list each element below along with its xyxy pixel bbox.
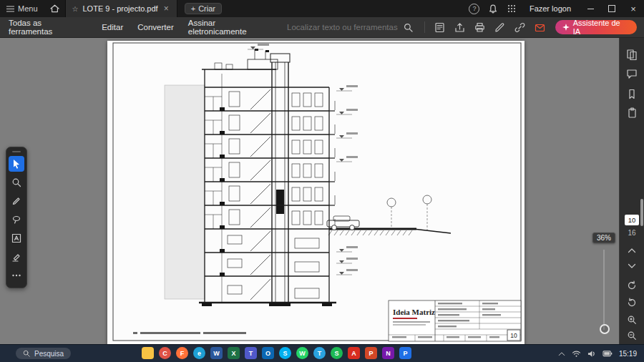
hamburger-icon [6, 6, 14, 12]
toolbar-item-esign[interactable]: Assinar eletronicamente [188, 19, 276, 36]
taskbar-app-acrobat[interactable]: A [348, 347, 360, 359]
page-display-icon[interactable] [434, 22, 445, 33]
bookmarks-button[interactable] [620, 89, 644, 99]
current-page-value[interactable]: 10 [625, 215, 639, 225]
taskbar-app-chrome[interactable]: C [159, 347, 171, 359]
search-input[interactable] [276, 22, 399, 32]
rotate-icon [627, 298, 637, 308]
comments-button[interactable] [620, 69, 644, 79]
taskbar-app-outlook[interactable]: O [262, 347, 274, 359]
chevron-up-icon [628, 248, 636, 253]
right-panel-strip: 10 16 [619, 37, 644, 345]
tab-close-icon[interactable]: × [162, 4, 170, 14]
toolbar-item-all-tools[interactable]: Todas as ferramentas [9, 19, 87, 36]
wifi-icon[interactable] [572, 350, 581, 358]
apps-grid-button[interactable] [502, 0, 521, 17]
toolbar-item-convert[interactable]: Converter [137, 23, 174, 31]
maximize-button[interactable] [601, 0, 623, 17]
taskbar-search-label: Pesquisa [34, 350, 64, 358]
rotate-view-button[interactable] [620, 298, 644, 308]
next-page-button[interactable] [620, 263, 644, 269]
windows-taskbar: Pesquisa CFeWXTOSWTSAPNP 15:19 [0, 344, 644, 362]
clipboard-icon [627, 107, 638, 118]
taskbar-app-excel[interactable]: X [228, 347, 240, 359]
tray-chevron-up-icon[interactable] [558, 351, 565, 356]
total-pages: 16 [620, 229, 644, 237]
search-icon [23, 350, 30, 357]
draw-tool[interactable] [9, 193, 24, 209]
refresh-button[interactable] [620, 280, 644, 290]
zoom-tool[interactable] [9, 175, 24, 190]
clock[interactable]: 15:19 [619, 350, 637, 358]
quick-tools-rail [6, 147, 27, 288]
section-drawing: Ideia Matriz 10 [107, 41, 525, 345]
rail-grip[interactable] [12, 151, 21, 152]
home-icon [50, 4, 59, 13]
taskbar-app-file-explorer[interactable] [142, 347, 154, 359]
pdf-page[interactable]: Ideia Matriz 10 [107, 41, 525, 345]
search-icon [404, 23, 413, 32]
attachments-button[interactable] [620, 107, 644, 118]
document-tab[interactable]: ☆ LOTE 9 - projecto.pdf × [65, 0, 177, 17]
toolbar-item-edit[interactable]: Editar [102, 23, 123, 31]
more-tools[interactable] [9, 268, 24, 283]
taskbar-search[interactable]: Pesquisa [16, 348, 71, 359]
page-thumbnails-icon [626, 49, 638, 60]
taskbar-app-powerpoint[interactable]: P [365, 347, 377, 359]
highlight-tool[interactable] [9, 249, 24, 265]
total-pages-value: 16 [628, 229, 635, 237]
notifications-bell-icon [489, 4, 497, 14]
taskbar-app-telegram[interactable]: T [313, 347, 326, 359]
share-icon[interactable] [535, 22, 545, 33]
help-button[interactable]: ? [465, 0, 484, 17]
taskbar-app-whatsapp[interactable]: W [296, 347, 308, 359]
taskbar-app-onenote[interactable]: N [382, 347, 394, 359]
titlebar-right: ? Fazer logon × [465, 0, 644, 17]
page-thumbnails-button[interactable] [620, 49, 644, 60]
home-button[interactable] [44, 0, 65, 17]
vertical-scrollbar[interactable] [640, 199, 643, 226]
notifications-button[interactable] [484, 0, 502, 17]
taskbar-app-photos[interactable]: P [399, 347, 411, 359]
main-toolbar: Todas as ferramentas Editar Converter As… [0, 17, 644, 38]
taskbar-app-edge[interactable]: e [193, 347, 205, 359]
battery-icon[interactable] [602, 351, 613, 357]
previous-page-button[interactable] [620, 248, 644, 253]
zoom-control: 36% [592, 233, 615, 330]
document-viewport[interactable]: Ideia Matriz 10 [0, 37, 644, 345]
fill-sign-icon[interactable] [494, 22, 505, 33]
add-text-tool[interactable] [9, 230, 24, 246]
zoom-slider[interactable] [603, 250, 605, 330]
link-icon[interactable] [514, 22, 525, 33]
help-icon: ? [469, 4, 479, 14]
zoom-out-button[interactable] [620, 331, 644, 341]
taskbar-app-spotify[interactable]: S [331, 347, 343, 359]
ai-assistant-label: Assistente de IA [573, 19, 630, 36]
close-icon: × [630, 4, 636, 14]
print-icon[interactable] [474, 22, 485, 33]
axis-markers [387, 195, 431, 232]
create-button[interactable]: + Criar [185, 3, 222, 14]
lasso-tool[interactable] [9, 212, 24, 228]
sign-in-button[interactable]: Fazer logon [521, 4, 580, 13]
minimize-button[interactable] [580, 0, 601, 17]
volume-icon[interactable] [587, 350, 596, 358]
taskbar-app-firefox[interactable]: F [176, 347, 188, 359]
zoom-in-button[interactable] [620, 315, 644, 325]
zoom-level-badge: 36% [592, 233, 615, 243]
select-tool[interactable] [9, 156, 24, 172]
elevation-markers [248, 44, 358, 275]
close-button[interactable]: × [623, 0, 644, 17]
export-pdf-icon[interactable] [454, 22, 465, 33]
chevron-down-icon [628, 263, 636, 269]
taskbar-app-word[interactable]: W [210, 347, 223, 359]
drawing-note [133, 332, 246, 334]
find-tools-search[interactable] [276, 22, 413, 32]
ai-assistant-button[interactable]: Assistente de IA [555, 20, 637, 34]
taskbar-app-skype[interactable]: S [279, 347, 291, 359]
menu-button[interactable]: Menu [0, 0, 44, 17]
maximize-icon [608, 5, 615, 12]
taskbar-app-teams[interactable]: T [245, 347, 257, 359]
zoom-slider-handle[interactable] [600, 324, 610, 334]
zoom-out-icon [627, 331, 637, 341]
